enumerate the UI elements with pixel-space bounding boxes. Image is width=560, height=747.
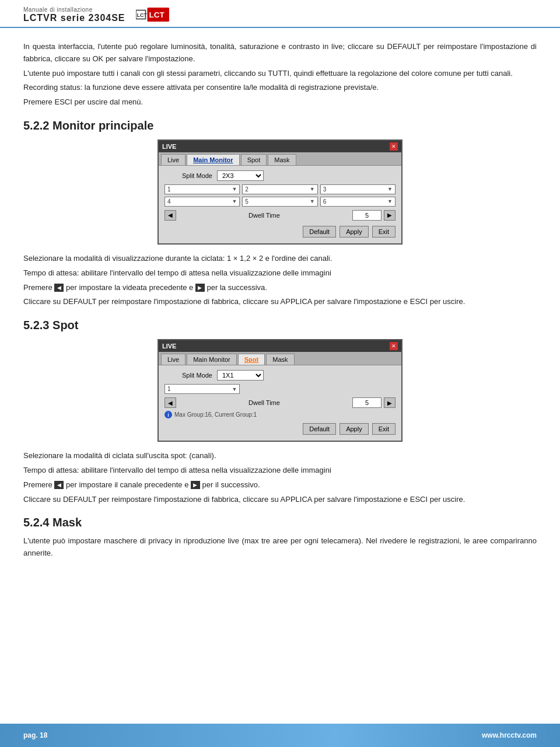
section-523-para-2: Tempo di attesa: abilitare l'intervallo … bbox=[23, 465, 537, 477]
page-footer: pag. 18 www.hrcctv.com bbox=[0, 724, 560, 747]
dialog-522-titlebar: LIVE ✕ bbox=[159, 141, 401, 152]
tab-mask[interactable]: Mask bbox=[268, 154, 296, 165]
tab-main-monitor[interactable]: Main Monitor bbox=[187, 154, 239, 165]
section-522-para-4: Cliccare su DEFAULT per reimpostare l'im… bbox=[23, 296, 537, 308]
channel-grid-523: 1▼ bbox=[164, 384, 396, 394]
split-mode-select[interactable]: 2X3 1X1 2X2 bbox=[217, 170, 264, 181]
exit-button-522[interactable]: Exit bbox=[372, 226, 396, 238]
section-524-para: L'utente può impostare maschere di priva… bbox=[23, 535, 537, 560]
live-dialog-523: LIVE ✕ Live Main Monitor Spot Mask Split… bbox=[158, 339, 402, 442]
split-mode-row-523: Split Mode 1X1 2X3 2X2 bbox=[164, 370, 396, 381]
header-text-block: Manuale di installazione LCTVR serie 230… bbox=[23, 6, 125, 23]
split-mode-select-523[interactable]: 1X1 2X3 2X2 bbox=[217, 370, 264, 381]
dialog-522-tabs: Live Main Monitor Spot Mask bbox=[159, 152, 401, 166]
dialog-523-titlebar: LIVE ✕ bbox=[159, 340, 401, 352]
intro-para-3: Recording status: la funzione deve esser… bbox=[23, 82, 537, 94]
intro-para-4: Premere ESCI per uscire dal menù. bbox=[23, 96, 537, 109]
dwell-label-523: Dwell Time bbox=[176, 399, 352, 406]
page-header: Manuale di installazione LCTVR serie 230… bbox=[0, 0, 560, 28]
section-523-heading: 5.2.3 Spot bbox=[23, 319, 537, 332]
screenshot-522: LIVE ✕ Live Main Monitor Spot Mask Split… bbox=[23, 139, 537, 245]
dwell-value-522: 5 bbox=[352, 210, 382, 221]
header-small-title: Manuale di installazione bbox=[23, 6, 125, 13]
split-mode-row: Split Mode 2X3 1X1 2X2 bbox=[164, 170, 396, 181]
channel-cell-5: 5▼ bbox=[242, 197, 317, 207]
dialog-522-footer: Default Apply Exit bbox=[164, 224, 396, 239]
dwell-time-row-522: ◀ Dwell Time 5 ▶ bbox=[164, 210, 396, 221]
svg-text:LCT: LCT bbox=[136, 12, 147, 18]
apply-button-522[interactable]: Apply bbox=[340, 226, 369, 238]
exit-button-523[interactable]: Exit bbox=[372, 423, 396, 435]
dialog-522-body: Split Mode 2X3 1X1 2X2 1▼ 2▼ 3▼ 4▼ 5▼ 6▼ bbox=[159, 166, 401, 243]
info-text-523: Max Group:16, Current Group:1 bbox=[174, 411, 257, 418]
apply-button-523[interactable]: Apply bbox=[340, 423, 369, 435]
dialog-523-tabs: Live Main Monitor Spot Mask bbox=[159, 352, 401, 365]
dwell-prev-button-523[interactable]: ◀ bbox=[164, 397, 176, 408]
next-icon: ▶ bbox=[195, 284, 205, 292]
split-mode-label: Split Mode bbox=[164, 172, 217, 179]
dialog-523-info: i Max Group:16, Current Group:1 bbox=[164, 411, 396, 418]
tab-live-523[interactable]: Live bbox=[161, 354, 186, 365]
channel-cell-3: 3▼ bbox=[320, 184, 396, 194]
channel-cell-2: 2▼ bbox=[242, 184, 317, 194]
dwell-label-522: Dwell Time bbox=[176, 212, 352, 219]
tab-mask-523[interactable]: Mask bbox=[266, 354, 294, 365]
dwell-time-row-523: ◀ Dwell Time 5 ▶ bbox=[164, 397, 396, 408]
prev-icon: ◀ bbox=[54, 284, 64, 292]
channel-cell-523-1: 1▼ bbox=[164, 384, 240, 394]
lct-logo-icon: LCT LCT bbox=[136, 6, 171, 23]
section-522-para-2: Tempo di attesa: abilitare l'intervallo … bbox=[23, 267, 537, 280]
channel-cell-6: 6▼ bbox=[320, 197, 396, 207]
svg-text:LCT: LCT bbox=[149, 11, 164, 19]
section-523-para-1: Selezionare la modalità di ciclata sull'… bbox=[23, 450, 537, 462]
channel-grid-522: 1▼ 2▼ 3▼ 4▼ 5▼ 6▼ bbox=[164, 184, 396, 207]
dwell-next-button-522[interactable]: ▶ bbox=[384, 210, 396, 221]
channel-cell-4: 4▼ bbox=[164, 197, 240, 207]
tab-live[interactable]: Live bbox=[161, 154, 186, 165]
dialog-523-title: LIVE bbox=[162, 343, 176, 350]
dwell-prev-button-522[interactable]: ◀ bbox=[164, 210, 176, 221]
dialog-522-close-button[interactable]: ✕ bbox=[390, 142, 398, 151]
section-522-para-3: Premere ◀ per impostare la videata prece… bbox=[23, 282, 537, 294]
dialog-522-title: LIVE bbox=[162, 143, 176, 150]
section-522-para-1: Selezionare la modalità di visualizzazio… bbox=[23, 253, 537, 265]
header-big-title: LCTVR serie 2304SE bbox=[23, 13, 125, 23]
default-button-523[interactable]: Default bbox=[303, 423, 336, 435]
default-button-522[interactable]: Default bbox=[303, 226, 336, 238]
info-icon-523: i bbox=[164, 411, 172, 418]
intro-para-1: In questa interfaccia, l'utente può rego… bbox=[23, 41, 537, 65]
tab-main-monitor-523[interactable]: Main Monitor bbox=[187, 354, 237, 365]
dialog-523-body: Split Mode 1X1 2X3 2X2 1▼ ◀ Dwell Time 5… bbox=[159, 365, 401, 441]
section-522-heading: 5.2.2 Monitor principale bbox=[23, 119, 537, 132]
main-content: In questa interfaccia, l'utente può rego… bbox=[0, 28, 560, 609]
section-523-para-4: Cliccare su DEFAULT per reimpostare l'im… bbox=[23, 494, 537, 506]
header-logo: LCT LCT bbox=[136, 6, 171, 23]
channel-cell-1: 1▼ bbox=[164, 184, 240, 194]
footer-page-number: pag. 18 bbox=[23, 731, 47, 739]
next-icon-523: ▶ bbox=[191, 481, 200, 489]
section-523-para-3: Premere ◀ per impostare il canale preced… bbox=[23, 479, 537, 491]
live-dialog-522: LIVE ✕ Live Main Monitor Spot Mask Split… bbox=[158, 139, 402, 245]
dwell-value-523: 5 bbox=[352, 397, 382, 408]
screenshot-523: LIVE ✕ Live Main Monitor Spot Mask Split… bbox=[23, 339, 537, 442]
intro-para-2: L'utente può impostare tutti i canali co… bbox=[23, 68, 537, 80]
split-mode-label-523: Split Mode bbox=[164, 372, 217, 379]
section-524-heading: 5.2.4 Mask bbox=[23, 516, 537, 529]
tab-spot[interactable]: Spot bbox=[241, 154, 267, 165]
dialog-523-close-button[interactable]: ✕ bbox=[390, 342, 398, 350]
dwell-next-button-523[interactable]: ▶ bbox=[384, 397, 396, 408]
tab-spot-523[interactable]: Spot bbox=[238, 354, 265, 365]
footer-website: www.hrcctv.com bbox=[482, 731, 537, 739]
dialog-523-footer: Default Apply Exit bbox=[164, 421, 396, 436]
prev-icon-523: ◀ bbox=[54, 481, 64, 489]
